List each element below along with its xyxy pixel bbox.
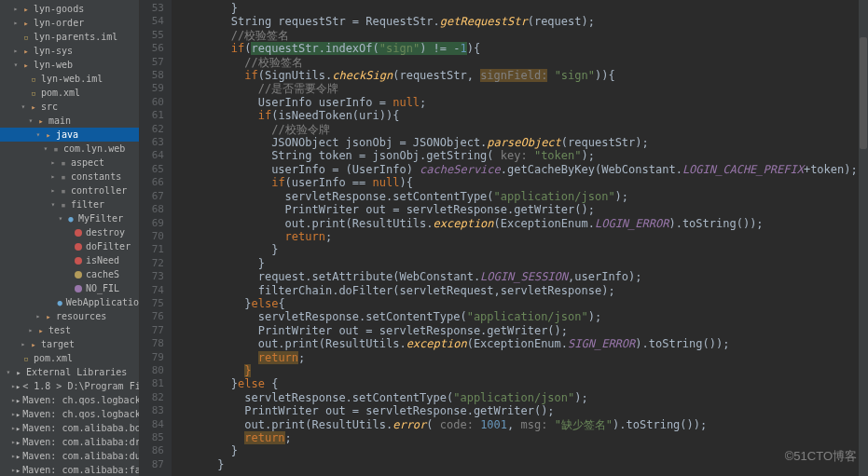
tree-item[interactable]: ▸▸target bbox=[0, 337, 139, 351]
code-line[interactable]: } bbox=[177, 243, 868, 256]
tree-arrow-icon[interactable]: ▾ bbox=[48, 200, 58, 209]
code-line[interactable]: out.print(ResultUtils.error( code: 1001,… bbox=[177, 418, 868, 431]
tree-item[interactable]: ▾●MyFilter bbox=[0, 211, 139, 225]
tree-item[interactable]: ▸▸lyn-goods bbox=[0, 2, 139, 16]
tree-item[interactable]: ▫lyn-parents.iml bbox=[0, 30, 139, 44]
code-line[interactable]: if(userInfo == null){ bbox=[177, 176, 868, 189]
tree-arrow-icon[interactable]: ▾ bbox=[26, 116, 35, 125]
tree-arrow-icon[interactable]: ▸ bbox=[11, 5, 21, 13]
vertical-scrollbar[interactable] bbox=[859, 0, 868, 476]
tree-arrow-icon[interactable]: ▸ bbox=[19, 340, 28, 348]
tree-item[interactable]: ▸▪aspect bbox=[0, 156, 139, 170]
tree-label: isNeed bbox=[86, 255, 119, 265]
code-line[interactable]: return; bbox=[177, 351, 868, 364]
code-line[interactable]: } bbox=[177, 364, 868, 377]
tree-item[interactable]: NO_FIL bbox=[0, 281, 139, 295]
code-line[interactable]: servletResponse.setContentType("applicat… bbox=[177, 190, 868, 203]
tree-item[interactable]: ▸▸< 1.8 > D:\Program Files\Java bbox=[0, 379, 139, 393]
code-line[interactable]: if(isNeedToken(uri)){ bbox=[177, 109, 868, 122]
code-line[interactable]: JSONObject jsonObj = JSONObject.parseObj… bbox=[177, 136, 868, 149]
tree-item[interactable]: ▸▸Maven: com.alibaba:dubbo:2.6. bbox=[0, 449, 139, 463]
code-line[interactable]: if(requestStr.indexOf("sign") != -1){ bbox=[177, 42, 868, 55]
code-line[interactable]: servletResponse.setContentType("applicat… bbox=[177, 310, 868, 323]
tree-item[interactable]: ▾▪filter bbox=[0, 197, 139, 211]
tree-arrow-icon[interactable]: ▾ bbox=[4, 368, 13, 376]
code-line[interactable]: }else{ bbox=[177, 297, 868, 310]
code-line[interactable]: }else { bbox=[177, 377, 868, 390]
tree-item[interactable]: ▾▸lyn-web bbox=[0, 58, 139, 72]
tree-arrow-icon[interactable]: ▸ bbox=[26, 326, 35, 334]
tree-label: resources bbox=[56, 311, 106, 321]
tree-item[interactable]: ▫pom.xml bbox=[0, 86, 139, 100]
tree-arrow-icon[interactable]: ▸ bbox=[34, 312, 43, 320]
tree-item[interactable]: ▸▪constants bbox=[0, 170, 139, 184]
tree-item[interactable]: ▸▪controller bbox=[0, 184, 139, 197]
tree-item[interactable]: ▫lyn-web.iml bbox=[0, 72, 139, 86]
tree-item[interactable]: ▾▪com.lyn.web bbox=[0, 142, 139, 156]
tree-arrow-icon[interactable]: ▸ bbox=[11, 47, 21, 55]
tree-item[interactable]: ▾▸src bbox=[0, 100, 139, 114]
code-line[interactable]: //校验令牌 bbox=[177, 123, 868, 136]
lib-icon: ▸ bbox=[13, 367, 24, 378]
tree-arrow-icon[interactable]: ▸ bbox=[48, 172, 58, 181]
code-line[interactable]: } bbox=[177, 2, 868, 15]
tree-item[interactable]: ▫pom.xml bbox=[0, 351, 139, 365]
tree-item[interactable]: isNeed bbox=[0, 253, 139, 267]
code-line[interactable]: return; bbox=[177, 431, 868, 444]
tree-item[interactable]: ▾▸External Libraries bbox=[0, 365, 139, 379]
tree-arrow-icon[interactable]: ▾ bbox=[19, 102, 28, 111]
code-line[interactable]: //是否需要令牌 bbox=[177, 82, 868, 95]
file-j-icon: ● bbox=[65, 213, 76, 224]
code-line[interactable]: UserInfo userInfo = null; bbox=[177, 96, 868, 109]
code-editor[interactable]: 53 54 55 56 57 58 59 60 61 62 63 64 65 6… bbox=[140, 0, 868, 476]
code-line[interactable]: //校验签名 bbox=[177, 56, 868, 69]
project-tree[interactable]: ▸▸lyn-goods▸▸lyn-order▫lyn-parents.iml▸▸… bbox=[0, 0, 140, 476]
tree-item[interactable]: ▾▸java bbox=[0, 128, 139, 142]
code-line[interactable]: filterChain.doFilter(servletRequest,serv… bbox=[177, 284, 868, 297]
tree-arrow-icon[interactable]: ▸ bbox=[48, 158, 58, 167]
tree-item[interactable]: ▸▸lyn-order bbox=[0, 16, 139, 30]
code-line[interactable]: out.print(ResultUtils.exception(Exceptio… bbox=[177, 217, 868, 230]
code-line[interactable]: String token = jsonObj.getString( key: "… bbox=[177, 149, 868, 162]
node-icon bbox=[73, 241, 84, 252]
code-line[interactable]: userInfo = (UserInfo) cacheService.getCa… bbox=[177, 163, 868, 176]
code-line[interactable]: } bbox=[177, 444, 868, 457]
code-line[interactable]: request.setAttribute(WebConstant.LOGIN_S… bbox=[177, 270, 868, 283]
folder-icon: ▸ bbox=[43, 311, 54, 322]
tree-item[interactable]: ▸▸Maven: ch.qos.logback:logbac bbox=[0, 407, 139, 421]
node-icon bbox=[73, 269, 84, 280]
tree-item[interactable]: ●WebApplicatio bbox=[0, 295, 139, 309]
folder-icon: ▸ bbox=[28, 339, 39, 350]
code-line[interactable]: servletResponse.setContentType("applicat… bbox=[177, 391, 868, 404]
code-line[interactable]: PrintWriter out = servletResponse.getWri… bbox=[177, 324, 868, 337]
tree-item[interactable]: ▸▸test bbox=[0, 323, 139, 337]
code-line[interactable]: if(SignUtils.checkSign(requestStr, signF… bbox=[177, 69, 868, 82]
tree-item[interactable]: ▾▸main bbox=[0, 114, 139, 128]
code-area[interactable]: } String requestStr = RequestStr.getRequ… bbox=[172, 0, 868, 476]
code-line[interactable]: return; bbox=[177, 230, 868, 243]
tree-item[interactable]: ▸▸Maven: com.alibaba.boot:dubb bbox=[0, 421, 139, 435]
code-line[interactable]: } bbox=[177, 458, 868, 471]
tree-item[interactable]: doFilter bbox=[0, 239, 139, 253]
code-line[interactable]: PrintWriter out = servletResponse.getWri… bbox=[177, 203, 868, 216]
tree-item[interactable]: ▸▸lyn-sys bbox=[0, 44, 139, 58]
tree-item[interactable]: destroy bbox=[0, 225, 139, 239]
code-line[interactable]: PrintWriter out = servletResponse.getWri… bbox=[177, 404, 868, 417]
tree-item[interactable]: ▸▸Maven: ch.qos.logback:logbac bbox=[0, 393, 139, 407]
tree-arrow-icon[interactable]: ▾ bbox=[41, 144, 50, 153]
tree-item[interactable]: ▸▸Maven: com.alibaba:druid:1.0. bbox=[0, 435, 139, 449]
tree-arrow-icon[interactable]: ▸ bbox=[11, 19, 21, 27]
tree-arrow-icon[interactable]: ▾ bbox=[11, 61, 21, 69]
folder-icon: ▸ bbox=[21, 46, 32, 57]
tree-arrow-icon[interactable]: ▸ bbox=[48, 186, 58, 195]
tree-item[interactable]: ▸▸resources bbox=[0, 309, 139, 323]
code-line[interactable]: } bbox=[177, 257, 868, 270]
tree-item[interactable]: cacheS bbox=[0, 267, 139, 281]
code-line[interactable]: //校验签名 bbox=[177, 29, 868, 42]
code-line[interactable]: out.print(ResultUtils.exception(Exceptio… bbox=[177, 337, 868, 350]
tree-arrow-icon[interactable]: ▾ bbox=[56, 214, 65, 223]
tree-arrow-icon[interactable]: ▾ bbox=[34, 130, 43, 139]
scrollbar-thumb[interactable] bbox=[860, 37, 867, 149]
code-line[interactable]: String requestStr = RequestStr.getReques… bbox=[177, 15, 868, 28]
tree-item[interactable]: ▸▸Maven: com.alibaba:fastjson:1.2 bbox=[0, 463, 139, 476]
